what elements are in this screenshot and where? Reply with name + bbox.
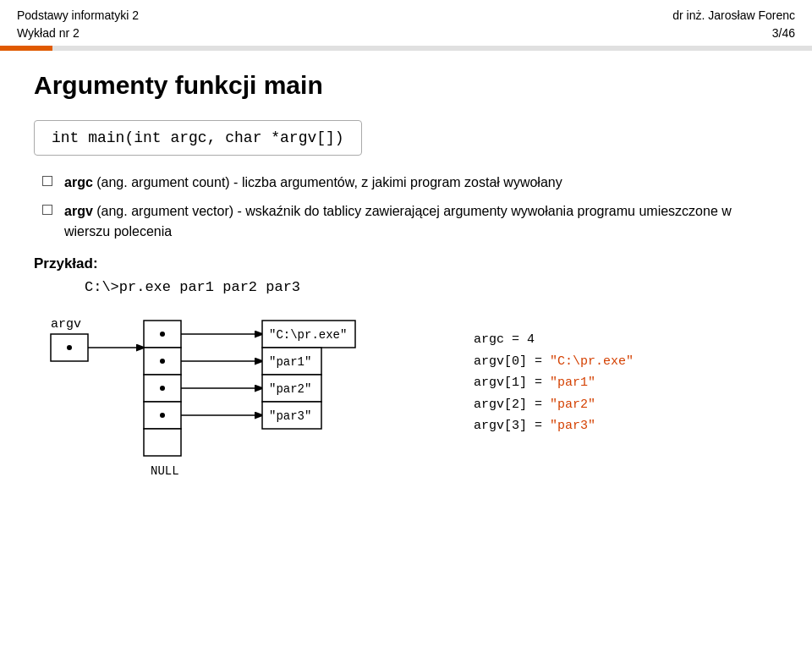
bullet-list: argc (ang. argument count) - liczba argu… <box>34 173 778 242</box>
svg-text:"par3": "par3" <box>269 409 311 423</box>
svg-text:NULL: NULL <box>151 464 179 478</box>
bullet-icon-argv <box>42 205 52 215</box>
slide-number: 3/46 <box>672 25 795 42</box>
argv3-line: argv[3] = "par3" <box>474 415 634 437</box>
header: Podstawy informatyki 2 Wykład nr 2 dr in… <box>0 0 812 42</box>
svg-point-22 <box>160 332 165 337</box>
svg-point-21 <box>67 345 72 350</box>
right-code-block: argc = 4 argv[0] = "C:\pr.exe" argv[1] =… <box>474 329 634 437</box>
main-content: Argumenty funkcji main int main(int argc… <box>0 51 812 524</box>
list-item-argv: argv (ang. argument vector) - wskaźnik d… <box>42 201 778 242</box>
argv3-value: "par3" <box>550 419 595 433</box>
argc-value: argc = 4 <box>474 329 634 351</box>
header-left: Podstawy informatyki 2 Wykład nr 2 <box>17 7 139 42</box>
argv1-value: "par1" <box>550 376 595 390</box>
argc-keyword: argc <box>64 175 93 189</box>
argv-description: (ang. argument vector) - wskaźnik do tab… <box>64 204 732 239</box>
bullet-icon-argc <box>42 176 52 186</box>
instructor-name: dr inż. Jarosław Forenc <box>672 7 795 25</box>
argv1-line: argv[1] = "par1" <box>474 372 634 394</box>
svg-point-24 <box>160 386 165 391</box>
argv2-prefix: argv[2] = <box>474 398 550 412</box>
example-label: Przykład: <box>34 255 778 272</box>
svg-rect-7 <box>144 429 181 456</box>
code-signature-box: int main(int argc, char *argv[]) <box>34 120 362 156</box>
example-command: C:\>pr.exe par1 par2 par3 <box>85 279 778 295</box>
argv2-value: "par2" <box>550 398 595 412</box>
argv0-value: "C:\pr.exe" <box>550 354 634 369</box>
argv1-prefix: argv[1] = <box>474 376 550 390</box>
argc-text: argc (ang. argument count) - liczba argu… <box>64 173 562 193</box>
course-title: Podstawy informatyki 2 <box>17 7 139 25</box>
code-signature: int main(int argc, char *argv[]) <box>52 129 344 146</box>
argv0-line: argv[0] = "C:\pr.exe" <box>474 351 634 373</box>
argv-diagram: argv NULL "C:\pr.exe" <box>42 312 448 507</box>
slide-title: Argumenty funkcji main <box>34 71 778 100</box>
argv2-line: argv[2] = "par2" <box>474 394 634 416</box>
list-item-argc: argc (ang. argument count) - liczba argu… <box>42 173 778 193</box>
argv-text: argv (ang. argument vector) - wskaźnik d… <box>64 201 778 242</box>
svg-text:"par1": "par1" <box>269 355 311 369</box>
svg-text:argv: argv <box>51 317 81 332</box>
argv3-prefix: argv[3] = <box>474 419 550 433</box>
svg-point-25 <box>160 413 165 418</box>
argv0-prefix: argv[0] = <box>474 354 550 369</box>
svg-point-23 <box>160 359 165 364</box>
diagram-area: argv NULL "C:\pr.exe" <box>42 312 778 507</box>
svg-text:"par2": "par2" <box>269 382 311 396</box>
header-right: dr inż. Jarosław Forenc 3/46 <box>672 7 795 42</box>
svg-text:"C:\pr.exe": "C:\pr.exe" <box>269 328 347 342</box>
argv-keyword: argv <box>64 204 93 218</box>
lecture-number: Wykład nr 2 <box>17 25 139 42</box>
argc-description: (ang. argument count) - liczba argumentó… <box>93 175 562 189</box>
